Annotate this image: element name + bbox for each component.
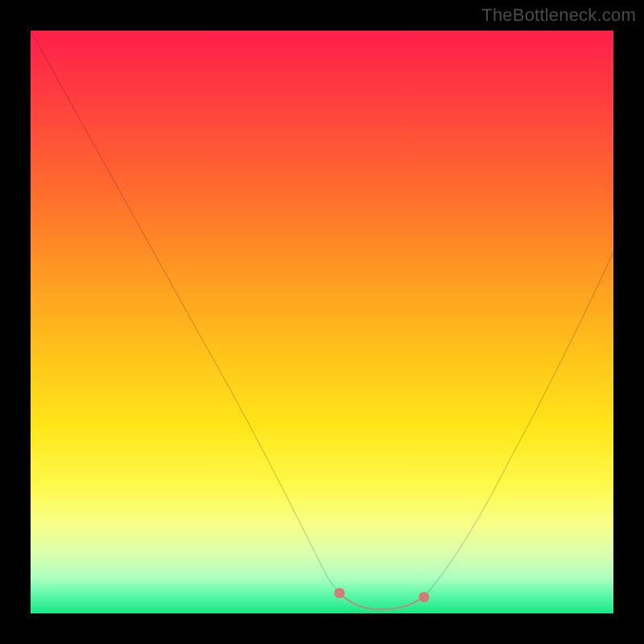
watermark-text: TheBottleneck.com (481, 5, 636, 26)
curve-layer (31, 31, 613, 613)
plot-area (31, 31, 613, 613)
curve-left-branch (31, 31, 340, 593)
curve-right-branch (424, 252, 613, 597)
curve-plateau (340, 593, 424, 609)
plateau-marker-left (334, 588, 345, 598)
chart-frame: TheBottleneck.com (0, 0, 644, 644)
plateau-marker-right (419, 592, 429, 602)
